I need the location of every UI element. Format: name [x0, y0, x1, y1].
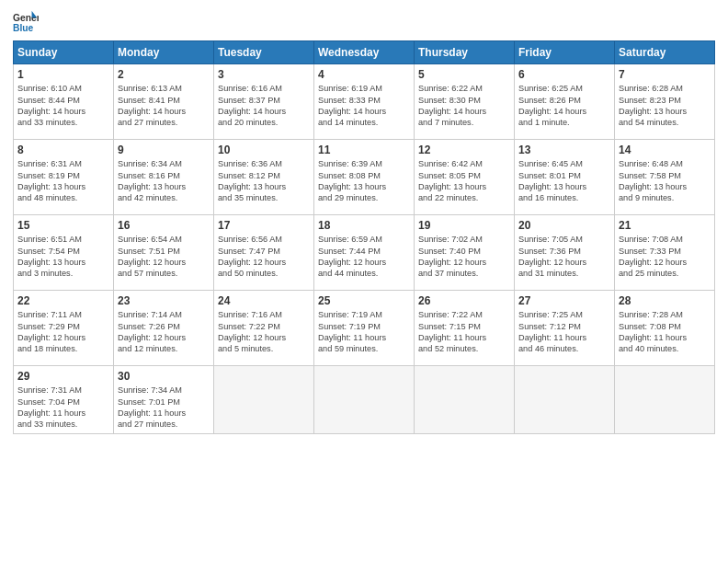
day-info: Daylight: 14 hours — [518, 106, 610, 117]
day-cell: 17Sunrise: 6:56 AMSunset: 7:47 PMDayligh… — [214, 215, 314, 291]
day-cell: 15Sunrise: 6:51 AMSunset: 7:54 PMDayligh… — [14, 215, 114, 291]
day-info: Sunrise: 7:16 AM — [218, 309, 310, 320]
day-info: Sunset: 8:12 PM — [218, 170, 310, 181]
day-cell: 14Sunrise: 6:48 AMSunset: 7:58 PMDayligh… — [615, 140, 715, 215]
day-number: 16 — [118, 218, 210, 233]
day-info: and 33 minutes. — [17, 419, 109, 430]
day-info: Sunrise: 7:11 AM — [17, 309, 109, 320]
day-cell — [214, 366, 314, 434]
logo: General Blue — [13, 9, 42, 35]
day-cell: 4Sunrise: 6:19 AMSunset: 8:33 PMDaylight… — [314, 64, 415, 140]
day-cell: 16Sunrise: 6:54 AMSunset: 7:51 PMDayligh… — [114, 215, 214, 291]
week-row-3: 15Sunrise: 6:51 AMSunset: 7:54 PMDayligh… — [14, 215, 715, 291]
day-number: 23 — [118, 293, 210, 308]
day-cell — [314, 366, 415, 434]
day-info: Daylight: 14 hours — [318, 106, 410, 117]
day-info: and 59 minutes. — [318, 343, 410, 354]
day-number: 27 — [518, 293, 610, 308]
day-info: Sunrise: 6:25 AM — [518, 83, 610, 94]
day-cell: 20Sunrise: 7:05 AMSunset: 7:36 PMDayligh… — [515, 215, 615, 291]
day-info: Sunset: 8:44 PM — [17, 95, 109, 106]
day-info: and 14 minutes. — [318, 117, 410, 128]
day-info: Sunset: 8:01 PM — [518, 170, 610, 181]
day-number: 9 — [118, 143, 210, 157]
day-info: Sunrise: 6:56 AM — [218, 234, 310, 245]
day-info: Sunrise: 7:25 AM — [518, 309, 610, 320]
weekday-header-thursday: Thursday — [415, 41, 515, 64]
day-number: 4 — [318, 67, 410, 82]
page-container: General Blue SundayMondayTuesdayWednesda… — [0, 0, 728, 442]
weekday-header-tuesday: Tuesday — [214, 41, 314, 64]
day-info: and 31 minutes. — [518, 268, 610, 279]
day-number: 19 — [418, 218, 510, 233]
day-info: Sunset: 7:51 PM — [118, 246, 210, 257]
day-info: Sunset: 7:54 PM — [17, 246, 109, 257]
day-info: and 52 minutes. — [418, 343, 510, 354]
day-info: and 35 minutes. — [218, 192, 310, 203]
svg-text:Blue: Blue — [13, 23, 34, 33]
day-info: Daylight: 12 hours — [118, 332, 210, 343]
day-info: Sunrise: 6:45 AM — [518, 158, 610, 169]
week-row-2: 8Sunrise: 6:31 AMSunset: 8:19 PMDaylight… — [14, 140, 715, 215]
day-info: Daylight: 13 hours — [218, 181, 310, 192]
day-cell: 24Sunrise: 7:16 AMSunset: 7:22 PMDayligh… — [214, 291, 314, 366]
day-info: Daylight: 13 hours — [17, 181, 109, 192]
day-number: 10 — [218, 143, 310, 157]
day-info: and 22 minutes. — [418, 192, 510, 203]
day-info: and 16 minutes. — [518, 192, 610, 203]
day-info: Sunset: 7:15 PM — [418, 321, 510, 332]
day-number: 28 — [619, 293, 711, 308]
day-cell: 3Sunrise: 6:16 AMSunset: 8:37 PMDaylight… — [214, 64, 314, 140]
day-info: Sunset: 7:29 PM — [17, 321, 109, 332]
day-info: Daylight: 12 hours — [218, 257, 310, 268]
day-cell: 21Sunrise: 7:08 AMSunset: 7:33 PMDayligh… — [615, 215, 715, 291]
day-info: Sunset: 8:37 PM — [218, 95, 310, 106]
day-number: 3 — [218, 67, 310, 82]
day-cell: 2Sunrise: 6:13 AMSunset: 8:41 PMDaylight… — [114, 64, 214, 140]
weekday-header-sunday: Sunday — [14, 41, 114, 64]
day-info: Sunset: 7:04 PM — [17, 396, 109, 408]
day-info: Sunrise: 6:28 AM — [619, 83, 711, 94]
day-number: 1 — [17, 67, 109, 82]
day-info: Sunset: 7:44 PM — [318, 246, 410, 257]
day-cell: 23Sunrise: 7:14 AMSunset: 7:26 PMDayligh… — [114, 291, 214, 366]
week-row-1: 1Sunrise: 6:10 AMSunset: 8:44 PMDaylight… — [14, 64, 715, 140]
day-number: 11 — [318, 143, 410, 157]
day-info: and 42 minutes. — [118, 192, 210, 203]
day-info: and 44 minutes. — [318, 268, 410, 279]
day-info: Sunrise: 6:22 AM — [418, 83, 510, 94]
week-row-4: 22Sunrise: 7:11 AMSunset: 7:29 PMDayligh… — [14, 291, 715, 366]
header: General Blue — [13, 9, 715, 35]
day-info: Daylight: 13 hours — [619, 106, 711, 117]
weekday-header-monday: Monday — [114, 41, 214, 64]
day-cell: 5Sunrise: 6:22 AMSunset: 8:30 PMDaylight… — [415, 64, 515, 140]
day-info: Sunrise: 6:48 AM — [619, 158, 711, 169]
day-info: and 37 minutes. — [418, 268, 510, 279]
day-info: Sunrise: 6:59 AM — [318, 234, 410, 245]
day-number: 14 — [619, 143, 711, 157]
weekday-header-saturday: Saturday — [615, 41, 715, 64]
day-info: Sunset: 8:05 PM — [418, 170, 510, 181]
day-info: Sunset: 8:16 PM — [118, 170, 210, 181]
day-number: 5 — [418, 67, 510, 82]
day-cell: 19Sunrise: 7:02 AMSunset: 7:40 PMDayligh… — [415, 215, 515, 291]
day-info: and 57 minutes. — [118, 268, 210, 279]
day-info: Sunset: 8:19 PM — [17, 170, 109, 181]
day-info: Sunrise: 7:34 AM — [118, 385, 210, 396]
day-info: and 27 minutes. — [118, 419, 210, 430]
day-info: Sunrise: 6:54 AM — [118, 234, 210, 245]
day-cell: 18Sunrise: 6:59 AMSunset: 7:44 PMDayligh… — [314, 215, 415, 291]
day-cell: 10Sunrise: 6:36 AMSunset: 8:12 PMDayligh… — [214, 140, 314, 215]
day-info: Daylight: 13 hours — [17, 257, 109, 268]
day-number: 2 — [118, 67, 210, 82]
weekday-header-row: SundayMondayTuesdayWednesdayThursdayFrid… — [14, 41, 715, 64]
weekday-header-wednesday: Wednesday — [314, 41, 415, 64]
day-info: Sunrise: 7:14 AM — [118, 309, 210, 320]
day-info: Daylight: 13 hours — [418, 181, 510, 192]
day-info: Sunset: 7:19 PM — [318, 321, 410, 332]
day-cell — [615, 366, 715, 434]
day-cell: 28Sunrise: 7:28 AMSunset: 7:08 PMDayligh… — [615, 291, 715, 366]
day-info: Sunrise: 7:19 AM — [318, 309, 410, 320]
day-number: 17 — [218, 218, 310, 233]
day-info: and 25 minutes. — [619, 268, 711, 279]
